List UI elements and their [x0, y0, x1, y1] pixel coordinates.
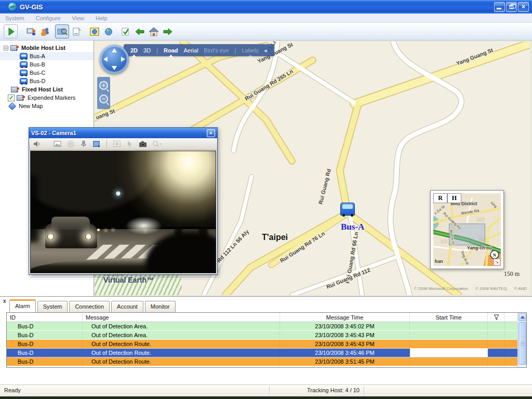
nav-road[interactable]: Road: [164, 47, 178, 54]
nav-2d[interactable]: 2D: [130, 47, 138, 54]
forward-button[interactable]: [161, 24, 175, 38]
minimize-button[interactable]: [494, 2, 505, 12]
tree-new-map[interactable]: New Map: [0, 102, 94, 110]
edit-mode-button[interactable]: [118, 24, 132, 38]
status-bar: Ready Tracking Host: 4 / 10: [0, 384, 532, 396]
nav-labels[interactable]: Labels: [242, 47, 258, 54]
close-icon: ×: [522, 3, 525, 10]
map-attribution: © 2008 Microsoft Corporation © 2008 NAVT…: [414, 286, 527, 291]
pan-down-icon[interactable]: [112, 66, 117, 70]
scrollbar-thumb[interactable]: [518, 322, 526, 365]
nav-collapse[interactable]: «: [264, 47, 268, 54]
label-rui-guang-rd: Rui Guang Rd: [317, 168, 332, 205]
minimap[interactable]: eihu District Wende Rd u Zui St Rui Guan…: [430, 190, 504, 269]
fit-button[interactable]: [113, 140, 121, 148]
map-window-button[interactable]: [87, 24, 101, 38]
column-header-message-time[interactable]: Message Time: [280, 313, 410, 322]
close-icon: ×: [209, 130, 212, 136]
monitor-button[interactable]: [92, 140, 101, 148]
column-header-filter[interactable]: [488, 313, 505, 322]
host-list-icon: [17, 95, 25, 101]
alarm-table-row[interactable]: Bus-DOut of Detection Area.23/10/2008 3:…: [7, 322, 526, 331]
column-header-start-time[interactable]: Start Time: [410, 313, 488, 322]
camera-video-window[interactable]: VS-02 - Camera1 ×: [29, 127, 218, 275]
pan-right-icon[interactable]: [121, 57, 125, 62]
alarm-table: ID Message Message Time Start Time Bus-D…: [6, 312, 527, 368]
home-button[interactable]: [147, 24, 161, 38]
video-window-titlebar[interactable]: VS-02 - Camera1 ×: [29, 128, 217, 138]
start-monitoring-button[interactable]: [4, 24, 18, 38]
video-car: [45, 215, 97, 249]
back-button[interactable]: [132, 24, 147, 38]
cursor-icon: [126, 140, 134, 148]
tree-fixed-host-list[interactable]: Fixed Host List: [0, 85, 94, 94]
cell-c-id: Bus-D: [7, 357, 83, 366]
tree-mobile-host-list[interactable]: Mobile Host List: [0, 44, 94, 52]
talk-button[interactable]: [79, 140, 88, 148]
bus-a-marker[interactable]: [340, 203, 355, 216]
zoom-tool-button[interactable]: [152, 140, 162, 148]
cell-c-id: Bus-D: [7, 340, 83, 348]
camera-video-feed[interactable]: [30, 151, 216, 273]
tree-item-bus-d[interactable]: Bus-D: [0, 77, 94, 85]
blue-panel-icon: [92, 140, 101, 148]
collapse-icon[interactable]: [4, 46, 8, 50]
video-close-button[interactable]: ×: [207, 129, 215, 137]
globe-icon: [103, 26, 114, 37]
accounts-button[interactable]: [38, 24, 52, 38]
tree-expended-markers[interactable]: ✓ Expended Markers: [0, 94, 94, 102]
alarm-table-row[interactable]: Bus-DOut of Detection Route.23/10/2008 3…: [7, 349, 526, 357]
map-view-button[interactable]: [55, 24, 69, 38]
nav-aerial[interactable]: Aerial: [183, 47, 198, 54]
pan-up-icon[interactable]: [112, 48, 117, 52]
restore-button[interactable]: [506, 2, 517, 12]
select-button[interactable]: [126, 140, 134, 148]
column-header-id[interactable]: ID: [7, 313, 83, 322]
expended-markers-checkbox[interactable]: ✓: [8, 95, 15, 101]
close-button[interactable]: ×: [518, 2, 529, 12]
map-zoom-controls: + −: [97, 77, 110, 109]
map-style-toolbar: 2D 3D | Road Aerial Bird's eye | Labels …: [124, 44, 274, 56]
minimap-hybrid-button[interactable]: H: [447, 193, 461, 203]
menu-view[interactable]: View: [72, 15, 84, 21]
column-header-message[interactable]: Message: [83, 313, 280, 322]
minimap-road-button[interactable]: R: [433, 193, 447, 203]
alarm-table-row[interactable]: Bus-DOut of Detection Route.23/10/2008 3…: [7, 357, 526, 366]
image-icon: [54, 140, 62, 148]
host-list-button[interactable]: [24, 24, 38, 38]
titlebar[interactable]: GV-GIS ×: [0, 0, 532, 14]
map-pan-compass[interactable]: [100, 45, 129, 74]
record-button[interactable]: [66, 140, 75, 148]
tab-system[interactable]: System: [37, 301, 68, 312]
menu-help[interactable]: Help: [96, 15, 108, 21]
new-page-button[interactable]: [69, 24, 83, 38]
cell-c-id: Bus-D: [7, 349, 83, 357]
camera-snapshot-button[interactable]: [139, 140, 147, 148]
nav-3d[interactable]: 3D: [143, 47, 151, 54]
tree-item-bus-a[interactable]: Bus-A: [0, 52, 94, 60]
alarm-table-row[interactable]: Bus-DOut of Detection Route.23/10/2008 3…: [7, 340, 526, 349]
table-scrollbar[interactable]: [517, 313, 526, 368]
tab-account[interactable]: Account: [111, 301, 143, 312]
pan-left-icon[interactable]: [103, 57, 108, 62]
alarm-table-row[interactable]: Bus-DOut of Detection Area.23/10/2008 3:…: [7, 331, 526, 340]
tree-item-bus-c[interactable]: Bus-C: [0, 69, 94, 77]
panel-close-button[interactable]: x: [3, 298, 6, 304]
tab-alarm[interactable]: Alarm: [9, 299, 36, 312]
minimap-resize-handle[interactable]: ↘: [494, 259, 500, 265]
caret-icon: [132, 55, 136, 57]
zoom-out-button[interactable]: −: [99, 95, 108, 103]
tab-monitor[interactable]: Monitor: [145, 301, 176, 312]
audio-button[interactable]: [33, 140, 42, 148]
tab-connection[interactable]: Connection: [69, 301, 110, 312]
snapshot-button[interactable]: [54, 140, 62, 148]
web-map-button[interactable]: [101, 24, 115, 38]
scroll-up-button[interactable]: [518, 313, 526, 321]
cell-c-stime: [410, 357, 488, 366]
menu-system[interactable]: System: [5, 15, 24, 21]
new-map-label: New Map: [19, 103, 43, 109]
nav-birds-eye[interactable]: Bird's eye: [204, 47, 229, 54]
tree-item-bus-b[interactable]: Bus-B: [0, 60, 94, 69]
zoom-in-button[interactable]: +: [99, 81, 108, 90]
menu-configure[interactable]: Configure: [36, 15, 61, 21]
